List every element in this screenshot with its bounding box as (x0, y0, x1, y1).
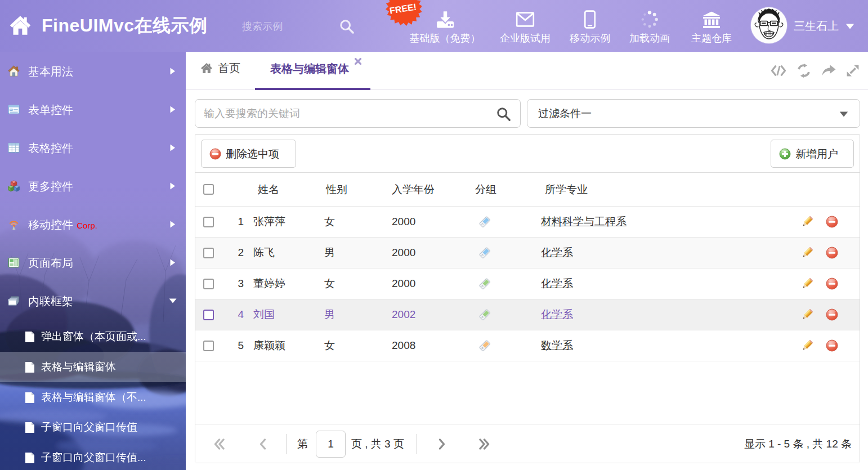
header-search-icon[interactable] (339, 19, 355, 34)
grid-row[interactable]: 3 董婷婷 女 2000 化学系 (195, 268, 860, 299)
edit-pencil-icon[interactable] (801, 216, 813, 228)
file-icon (25, 361, 35, 373)
row-number: 1 (223, 207, 248, 237)
sidebar-item-more-controls[interactable]: 更多控件 (0, 167, 186, 205)
delete-row-icon[interactable] (826, 308, 838, 321)
row-checkbox[interactable] (203, 341, 214, 351)
download-icon (435, 9, 455, 30)
grid-row[interactable]: 2 陈飞 男 2000 化学系 (195, 238, 860, 268)
grid-row[interactable]: 5 康颖颖 女 2008 数学系 (195, 330, 860, 361)
user-caret-icon[interactable] (845, 24, 854, 29)
sidebar-item-mobile-controls[interactable]: 移动控件Corp. (0, 205, 186, 243)
next-page-icon[interactable] (439, 438, 446, 450)
cell-gender: 男 (324, 238, 392, 268)
tab-close-icon[interactable] (355, 58, 361, 65)
cell-year: 2000 (392, 268, 478, 299)
last-page-icon[interactable] (478, 438, 490, 450)
source-code-icon[interactable] (771, 64, 786, 78)
sidebar-item-inline-frame[interactable]: 内联框架 (0, 281, 186, 320)
column-header-group[interactable]: 分组 (475, 173, 538, 206)
column-header-major[interactable]: 所学专业 (545, 173, 759, 206)
sidebar-item-form-controls[interactable]: 表单控件 (0, 90, 186, 128)
sidebar-subitem-grid-edit-window-2[interactable]: 表格与编辑窗体（不... (0, 382, 186, 413)
sidebar-item-label: 页面布局 (28, 256, 73, 271)
user-avatar[interactable] (751, 7, 787, 43)
nav-label: 企业版试用 (494, 32, 557, 45)
select-all-checkbox[interactable] (203, 184, 214, 195)
grid-panel: 删除选中项 新增用户 姓名 性别 入学年份 分组 所学专业 1 张萍萍 女 20… (195, 134, 860, 463)
first-page-icon[interactable] (213, 438, 225, 450)
sidebar-subitem-label: 弹出窗体（本页面或... (41, 329, 146, 344)
form-icon (8, 104, 20, 115)
add-user-button[interactable]: 新增用户 (771, 140, 854, 168)
delete-row-icon[interactable] (826, 339, 838, 352)
nav-loading-animation[interactable]: 加载动画 (624, 0, 675, 52)
main-content: 首页 表格与编辑窗体 过滤条件一 删除选中项 新增用户 (186, 52, 868, 470)
delete-row-icon[interactable] (826, 216, 838, 228)
user-name[interactable]: 三生石上 (794, 19, 839, 34)
keyword-search-input[interactable] (204, 100, 491, 127)
row-checkbox[interactable] (203, 217, 214, 227)
major-link[interactable]: 化学系 (541, 276, 573, 291)
cell-gender: 女 (324, 268, 392, 299)
file-icon (25, 422, 35, 433)
sidebar-subitem-label: 子窗口向父窗口传值 (41, 420, 137, 435)
filter-dropdown[interactable]: 过滤条件一 (527, 99, 860, 128)
sidebar-subitem-child-to-parent-2[interactable]: 子窗口向父窗口传值... (0, 442, 186, 470)
nav-mobile-demo[interactable]: 移动示例 (565, 0, 615, 52)
sidebar-item-table-controls[interactable]: 表格控件 (0, 128, 186, 167)
envelope-icon (516, 12, 535, 27)
frames-icon (8, 295, 20, 307)
tag-icon (478, 277, 491, 290)
header-search-input[interactable] (242, 17, 332, 36)
column-header-gender[interactable]: 性别 (326, 173, 393, 206)
fullscreen-icon[interactable] (845, 64, 860, 78)
major-link[interactable]: 化学系 (541, 307, 573, 322)
row-checkbox[interactable] (203, 310, 214, 320)
delete-row-icon[interactable] (826, 247, 838, 259)
sidebar-item-page-layout[interactable]: 页面布局 (0, 243, 186, 281)
tab-label: 首页 (218, 61, 240, 76)
major-link[interactable]: 材料科学与工程系 (541, 214, 627, 229)
tag-icon (478, 215, 491, 229)
column-header-name[interactable]: 姓名 (258, 173, 329, 206)
nav-theme-repo[interactable]: 主题仓库 (684, 0, 739, 52)
page-number-input[interactable] (316, 431, 346, 458)
nav-label: 加载动画 (624, 32, 675, 45)
open-new-window-icon[interactable] (821, 64, 836, 78)
keyword-search-box (195, 99, 521, 128)
row-number: 4 (223, 299, 248, 330)
grid-row[interactable]: 4 刘国 男 2002 化学系 (195, 299, 860, 330)
major-link[interactable]: 化学系 (541, 245, 573, 260)
avatar-face-image (751, 7, 787, 43)
row-checkbox[interactable] (203, 279, 214, 289)
row-checkbox[interactable] (203, 248, 214, 258)
sidebar-item-label: 移动控件Corp. (28, 217, 97, 232)
edit-pencil-icon[interactable] (801, 308, 813, 321)
grid-row[interactable]: 1 张萍萍 女 2000 材料科学与工程系 (195, 207, 860, 238)
edit-pencil-icon[interactable] (801, 247, 813, 259)
sidebar-item-basic-usage[interactable]: 基本用法 (0, 52, 186, 90)
nav-enterprise-trial[interactable]: 企业版试用 (494, 0, 557, 52)
tab-grid-edit-window[interactable]: 表格与编辑窗体 (255, 52, 370, 89)
delete-selected-button[interactable]: 删除选中项 (201, 140, 296, 168)
delete-row-icon[interactable] (826, 277, 838, 290)
sidebar-subitem-child-to-parent[interactable]: 子窗口向父窗口传值 (0, 412, 186, 442)
app-home-icon[interactable] (9, 15, 32, 36)
sidebar-subitem-popup-window[interactable]: 弹出窗体（本页面或... (0, 321, 186, 352)
previous-page-icon[interactable] (259, 438, 266, 450)
tag-icon (478, 339, 491, 352)
major-link[interactable]: 数学系 (541, 338, 573, 353)
cell-year: 2000 (392, 207, 478, 237)
cell-year: 2008 (392, 330, 478, 361)
edit-pencil-icon[interactable] (801, 339, 813, 352)
spinner-icon (641, 10, 659, 29)
search-icon[interactable] (496, 106, 511, 122)
edit-pencil-icon[interactable] (801, 277, 813, 290)
column-header-year[interactable]: 入学年份 (392, 173, 478, 206)
refresh-icon[interactable] (797, 64, 811, 78)
cell-gender: 女 (324, 330, 392, 361)
nav-basic-edition[interactable]: 基础版（免费） (406, 0, 484, 52)
nav-label: 主题仓库 (684, 32, 739, 45)
sidebar-subitem-grid-edit-window[interactable]: 表格与编辑窗体 (0, 352, 186, 382)
